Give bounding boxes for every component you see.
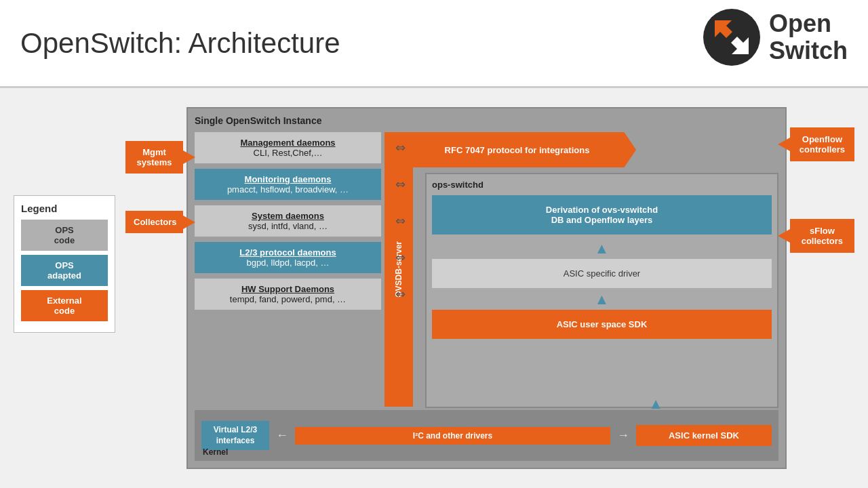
h-double-arrow-4: ⇔ — [395, 250, 406, 265]
legend-external-code: Externalcode — [21, 290, 108, 321]
daemons-column: Management daemons CLI, Rest,Chef,… ⇔ Mo… — [195, 132, 381, 315]
legend-ops-adapted: OPSadapted — [21, 255, 108, 286]
hw-daemons-subtitle: tempd, fand, powerd, pmd, … — [201, 294, 374, 304]
openflow-controllers-label: Openflowcontrollers — [790, 127, 854, 161]
monitoring-daemons-subtitle: pmacct, hsflowd, broadview, … — [201, 184, 374, 195]
system-daemons-title: System daemons — [201, 211, 374, 221]
collectors-label: Collectors — [125, 211, 183, 233]
diagram-wrapper: Mgmtsystems Collectors Openflowcontrolle… — [125, 100, 854, 476]
monitoring-daemons-title: Monitoring daemons — [201, 174, 374, 184]
up-arrow-2: ▲ — [432, 291, 772, 308]
openswitch-logo-icon — [701, 7, 762, 68]
system-daemons-subtitle: sysd, intfd, vland, … — [201, 221, 374, 231]
up-arrow-kernel: ▲ — [648, 395, 663, 413]
hw-support-daemons-box: HW Support Daemons tempd, fand, powerd, … — [195, 279, 381, 310]
h-double-arrow-3: ⇔ — [395, 214, 406, 228]
kernel-box: Kernel Virtual L2/3interfaces ← I²C and … — [195, 410, 778, 461]
page-title: OpenSwitch: Architecture — [20, 27, 340, 60]
logo-text: OpenSwitch — [769, 10, 848, 64]
ovs-vswitchd-box: Derivation of ovs-vswitchdDB and Openflo… — [432, 195, 772, 235]
h-double-arrow-1: ⇔ — [395, 140, 406, 155]
sflow-collectors-label: sFlowcollectors — [790, 219, 854, 253]
logo-area: OpenSwitch — [701, 7, 848, 68]
mgmt-daemons-subtitle: CLI, Rest,Chef,… — [201, 148, 374, 158]
instance-box: Single OpenSwitch Instance RFC 7047 prot… — [186, 107, 787, 469]
h-double-arrow-5: ⇔ — [395, 287, 406, 302]
system-daemons-box: System daemons sysd, intfd, vland, … ⇔ — [195, 205, 381, 237]
l23-daemons-box: L2/3 protocol daemons bgpd, lldpd, lacpd… — [195, 242, 381, 273]
asic-specific-driver-box: ASIC specific driver — [432, 259, 772, 288]
rfc-arrow: RFC 7047 protocol for integrations — [398, 132, 636, 167]
mgmt-systems-label: Mgmtsystems — [125, 141, 183, 174]
header: OpenSwitch: Architecture OpenSwitch — [0, 0, 868, 88]
legend-ops-code: OPScode — [21, 220, 108, 251]
asic-user-space-sdk-box: ASIC user space SDK — [432, 310, 772, 339]
instance-title: Single OpenSwitch Instance — [195, 115, 778, 126]
legend-box: Legend OPScode OPSadapted Externalcode — [14, 195, 115, 333]
legend-title: Legend — [21, 203, 108, 214]
virtual-l23-box: Virtual L2/3interfaces — [201, 421, 269, 450]
hw-daemons-title: HW Support Daemons — [201, 284, 374, 294]
up-arrow-1: ▲ — [432, 240, 772, 258]
asic-kernel-sdk-box: ASIC kernel SDK — [636, 425, 772, 446]
l23-daemons-subtitle: bgpd, lldpd, lacpd, … — [201, 258, 374, 268]
ovsdb-bar: OVSDB-server — [384, 132, 413, 407]
kernel-label: Kernel — [203, 447, 228, 457]
right-arrow-kernel: → — [617, 428, 629, 443]
svg-point-0 — [703, 9, 760, 66]
i2c-box: I²C and other drivers — [295, 427, 610, 445]
ops-switchd-box: ops-switchd Derivation of ovs-vswitchdDB… — [425, 173, 778, 408]
monitoring-daemons-box: Monitoring daemons pmacct, hsflowd, broa… — [195, 169, 381, 200]
mgmt-daemons-title: Management daemons — [201, 138, 374, 148]
h-double-arrow-2: ⇔ — [395, 177, 406, 192]
ops-switchd-title: ops-switchd — [432, 180, 772, 190]
left-arrow-kernel: ← — [276, 428, 288, 443]
l23-daemons-title: L2/3 protocol daemons — [201, 247, 374, 258]
main-area: Legend OPScode OPSadapted Externalcode M… — [0, 88, 868, 488]
management-daemons-box: Management daemons CLI, Rest,Chef,… ⇔ — [195, 132, 381, 163]
